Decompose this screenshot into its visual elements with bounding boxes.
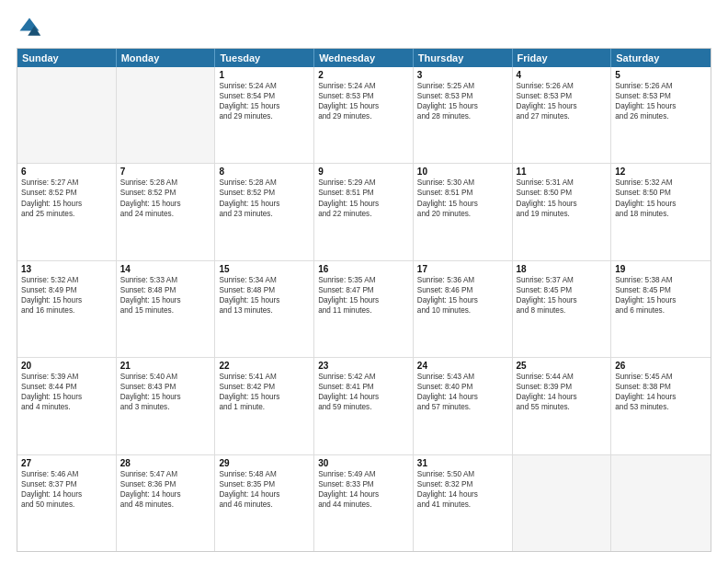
cell-info-line: Sunset: 8:53 PM — [517, 91, 608, 101]
cell-info-line: Sunset: 8:52 PM — [21, 188, 112, 198]
cell-info-line: Daylight: 14 hours — [417, 392, 508, 402]
cell-info-line: Sunrise: 5:34 AM — [219, 275, 310, 285]
day-number: 2 — [318, 70, 409, 80]
cell-info-line: Sunrise: 5:39 AM — [21, 372, 112, 382]
cell-info-line: Daylight: 14 hours — [21, 489, 112, 500]
cell-info-line: and 20 minutes. — [417, 209, 508, 219]
calendar-cell: 13Sunrise: 5:32 AMSunset: 8:49 PMDayligh… — [17, 261, 117, 357]
day-number: 25 — [517, 361, 608, 371]
day-number: 23 — [318, 361, 409, 371]
cell-info-line: Sunrise: 5:48 AM — [219, 469, 310, 479]
calendar-cell: 3Sunrise: 5:25 AMSunset: 8:53 PMDaylight… — [414, 67, 513, 163]
cell-info-line: Sunrise: 5:40 AM — [120, 372, 211, 382]
cell-info-line: Sunset: 8:39 PM — [517, 382, 608, 392]
cell-info-line: Daylight: 14 hours — [517, 392, 608, 402]
calendar-cell — [611, 455, 711, 551]
day-number: 24 — [417, 361, 508, 371]
cell-info-line: Sunset: 8:35 PM — [219, 479, 310, 489]
cell-info-line: Sunrise: 5:35 AM — [318, 275, 409, 285]
calendar-cell: 6Sunrise: 5:27 AMSunset: 8:52 PMDaylight… — [17, 164, 117, 259]
cell-info-line: Sunset: 8:37 PM — [21, 479, 112, 489]
cell-info-line: Sunrise: 5:47 AM — [120, 469, 211, 479]
cell-info-line: Daylight: 14 hours — [120, 489, 211, 500]
cell-info-line: Sunrise: 5:24 AM — [219, 81, 310, 91]
weekday-header: Saturday — [611, 49, 711, 67]
weekday-header: Wednesday — [314, 49, 414, 67]
cell-info-line: Sunrise: 5:33 AM — [120, 275, 211, 285]
calendar: SundayMondayTuesdayWednesdayThursdayFrid… — [17, 48, 711, 552]
cell-info-line: Sunset: 8:46 PM — [417, 285, 508, 295]
cell-info-line: Sunset: 8:49 PM — [21, 285, 112, 295]
calendar-cell: 14Sunrise: 5:33 AMSunset: 8:48 PMDayligh… — [117, 261, 216, 357]
calendar-cell: 1Sunrise: 5:24 AMSunset: 8:54 PMDaylight… — [215, 67, 314, 163]
cell-info-line: and 24 minutes. — [120, 209, 211, 219]
weekday-header: Tuesday — [215, 49, 314, 67]
calendar-cell: 16Sunrise: 5:35 AMSunset: 8:47 PMDayligh… — [314, 261, 414, 357]
cell-info-line: Daylight: 15 hours — [219, 392, 310, 402]
cell-info-line: Sunrise: 5:46 AM — [21, 469, 112, 479]
cell-info-line: and 48 minutes. — [120, 500, 211, 510]
day-number: 21 — [120, 361, 211, 371]
cell-info-line: Sunrise: 5:26 AM — [517, 81, 608, 91]
cell-info-line: and 22 minutes. — [318, 209, 409, 219]
day-number: 17 — [417, 264, 508, 274]
cell-info-line: Daylight: 15 hours — [318, 101, 409, 111]
calendar-body: 1Sunrise: 5:24 AMSunset: 8:54 PMDaylight… — [17, 67, 711, 551]
cell-info-line: Sunrise: 5:28 AM — [219, 178, 310, 188]
calendar-cell: 5Sunrise: 5:26 AMSunset: 8:53 PMDaylight… — [611, 67, 711, 163]
cell-info-line: Sunrise: 5:24 AM — [318, 81, 409, 91]
cell-info-line: Sunrise: 5:36 AM — [417, 275, 508, 285]
cell-info-line: and 53 minutes. — [615, 402, 707, 412]
cell-info-line: Sunrise: 5:29 AM — [318, 178, 409, 188]
calendar-cell: 11Sunrise: 5:31 AMSunset: 8:50 PMDayligh… — [513, 164, 612, 259]
cell-info-line: Sunset: 8:36 PM — [120, 479, 211, 489]
cell-info-line: and 55 minutes. — [517, 402, 608, 412]
day-number: 14 — [120, 264, 211, 274]
header — [17, 15, 711, 40]
cell-info-line: and 15 minutes. — [120, 305, 211, 316]
cell-info-line: Daylight: 15 hours — [615, 101, 707, 111]
cell-info-line: and 11 minutes. — [318, 305, 409, 316]
cell-info-line: and 18 minutes. — [615, 209, 707, 219]
day-number: 15 — [219, 264, 310, 274]
calendar-cell: 7Sunrise: 5:28 AMSunset: 8:52 PMDaylight… — [117, 164, 216, 259]
calendar-row: 27Sunrise: 5:46 AMSunset: 8:37 PMDayligh… — [17, 455, 711, 551]
day-number: 5 — [615, 70, 707, 80]
cell-info-line: Sunset: 8:48 PM — [120, 285, 211, 295]
day-number: 1 — [219, 70, 310, 80]
logo — [17, 15, 46, 40]
calendar-cell: 26Sunrise: 5:45 AMSunset: 8:38 PMDayligh… — [611, 358, 711, 454]
cell-info-line: and 8 minutes. — [517, 305, 608, 316]
cell-info-line: Sunrise: 5:32 AM — [21, 275, 112, 285]
cell-info-line: and 28 minutes. — [417, 111, 508, 121]
cell-info-line: Sunrise: 5:41 AM — [219, 372, 310, 382]
calendar-cell: 27Sunrise: 5:46 AMSunset: 8:37 PMDayligh… — [17, 455, 117, 551]
cell-info-line: Sunset: 8:52 PM — [219, 188, 310, 198]
calendar-cell: 29Sunrise: 5:48 AMSunset: 8:35 PMDayligh… — [215, 455, 314, 551]
calendar-row: 1Sunrise: 5:24 AMSunset: 8:54 PMDaylight… — [17, 67, 711, 164]
calendar-cell: 4Sunrise: 5:26 AMSunset: 8:53 PMDaylight… — [513, 67, 612, 163]
cell-info-line: Sunset: 8:41 PM — [318, 382, 409, 392]
logo-icon — [17, 15, 42, 40]
cell-info-line: and 19 minutes. — [517, 209, 608, 219]
page: SundayMondayTuesdayWednesdayThursdayFrid… — [0, 0, 728, 563]
day-number: 16 — [318, 264, 409, 274]
cell-info-line: Daylight: 15 hours — [21, 295, 112, 305]
cell-info-line: Sunset: 8:53 PM — [417, 91, 508, 101]
cell-info-line: Sunrise: 5:37 AM — [517, 275, 608, 285]
cell-info-line: Sunset: 8:48 PM — [219, 285, 310, 295]
calendar-cell: 15Sunrise: 5:34 AMSunset: 8:48 PMDayligh… — [215, 261, 314, 357]
cell-info-line: Sunset: 8:43 PM — [120, 382, 211, 392]
cell-info-line: Daylight: 15 hours — [21, 199, 112, 209]
cell-info-line: Daylight: 15 hours — [615, 295, 707, 305]
day-number: 31 — [417, 458, 508, 468]
calendar-cell: 8Sunrise: 5:28 AMSunset: 8:52 PMDaylight… — [215, 164, 314, 259]
calendar-cell: 24Sunrise: 5:43 AMSunset: 8:40 PMDayligh… — [414, 358, 513, 454]
cell-info-line: Sunset: 8:51 PM — [417, 188, 508, 198]
cell-info-line: Sunrise: 5:32 AM — [615, 178, 707, 188]
cell-info-line: and 26 minutes. — [615, 111, 707, 121]
day-number: 26 — [615, 361, 707, 371]
day-number: 29 — [219, 458, 310, 468]
weekday-header: Friday — [513, 49, 612, 67]
cell-info-line: Daylight: 15 hours — [417, 101, 508, 111]
